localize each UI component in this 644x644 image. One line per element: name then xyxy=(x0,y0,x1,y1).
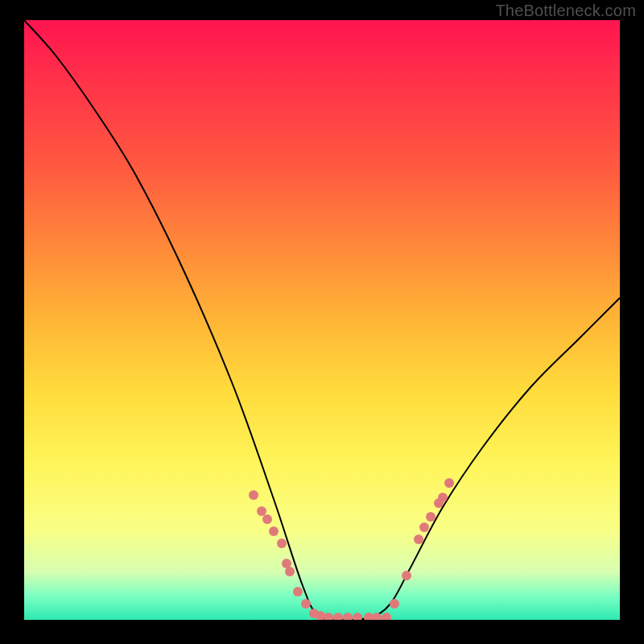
watermark-text: TheBottleneck.com xyxy=(495,2,636,20)
chart-stage: TheBottleneck.com xyxy=(0,0,644,644)
plot-area xyxy=(24,20,620,620)
marker-dot xyxy=(249,490,258,500)
bottleneck-curve xyxy=(24,20,620,620)
marker-dots xyxy=(249,478,454,620)
marker-dot xyxy=(277,539,287,548)
marker-dot xyxy=(426,512,436,522)
marker-dot xyxy=(382,613,391,620)
marker-dot xyxy=(324,613,333,620)
marker-dot xyxy=(419,522,429,532)
marker-dot xyxy=(390,599,399,609)
marker-dot xyxy=(402,571,411,580)
curve-layer xyxy=(24,20,620,620)
marker-dot xyxy=(343,613,353,620)
marker-dot xyxy=(301,599,311,609)
marker-dot xyxy=(438,493,448,502)
marker-dot xyxy=(333,613,343,620)
marker-dot xyxy=(353,613,362,620)
marker-dot xyxy=(269,526,279,536)
marker-dot xyxy=(414,535,423,544)
marker-dot xyxy=(257,506,266,516)
marker-dot xyxy=(262,514,272,524)
marker-dot xyxy=(444,478,454,488)
marker-dot xyxy=(293,587,303,597)
marker-dot xyxy=(285,567,295,576)
main-curve xyxy=(24,20,620,620)
